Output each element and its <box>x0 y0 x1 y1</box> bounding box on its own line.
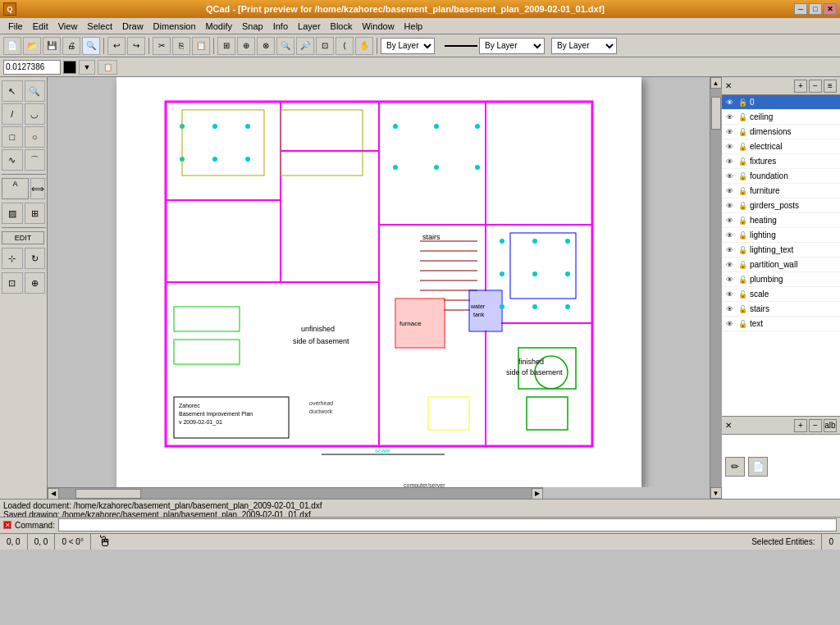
undo-button[interactable]: ↩ <box>107 37 126 55</box>
linetype-select[interactable]: By Layer <box>479 38 545 54</box>
zoom-tool[interactable]: 🔍 <box>25 80 46 102</box>
dimension-tool[interactable]: ⟺ <box>30 178 45 199</box>
polyline-tool[interactable]: ⌒ <box>25 149 46 171</box>
snap-button[interactable]: ⊕ <box>237 37 255 55</box>
paste-button[interactable]: 📋 <box>192 37 210 55</box>
edit-label[interactable]: EDIT <box>2 231 44 244</box>
hscroll-left-button[interactable]: ◀ <box>48 488 59 500</box>
snap-end-tool[interactable]: ⊡ <box>2 272 23 294</box>
block-remove-button[interactable]: − <box>809 419 822 432</box>
layer-eye-text[interactable]: 👁 <box>724 318 735 330</box>
move-tool[interactable]: ⊹ <box>2 248 23 269</box>
horizontal-scrollbar[interactable]: ◀ ▶ <box>48 487 543 499</box>
layer-eye-partition_wall[interactable]: 👁 <box>724 259 735 271</box>
maximize-button[interactable]: □ <box>809 3 822 15</box>
layer-item-scale[interactable]: 👁 🔓 scale <box>722 287 840 302</box>
menu-modify[interactable]: Modify <box>201 20 237 33</box>
zoom-out-button[interactable]: 🔎 <box>296 37 314 55</box>
menu-layer[interactable]: Layer <box>293 20 326 33</box>
arc-tool[interactable]: ◡ <box>25 103 46 125</box>
layer-item-furniture[interactable]: 👁 🔓 furniture <box>722 184 840 198</box>
color-swatch[interactable] <box>63 61 76 74</box>
pointer-tool[interactable]: ↖ <box>2 80 23 102</box>
layer-item-heating[interactable]: 👁 🔓 heating <box>722 213 840 228</box>
cmd-close-button[interactable]: ✕ <box>3 521 11 529</box>
block-insert-button[interactable]: 📄 <box>748 457 768 477</box>
layer-eye-heating[interactable]: 👁 <box>724 215 735 226</box>
layer-item-electrical[interactable]: 👁 🔓 electrical <box>722 139 840 154</box>
menu-help[interactable]: Help <box>399 20 428 33</box>
menu-view[interactable]: View <box>53 20 83 33</box>
open-button[interactable]: 📂 <box>23 37 41 55</box>
layer-eye-0[interactable]: 👁 <box>724 97 735 108</box>
layer-item-lighting_text[interactable]: 👁 🔓 lighting_text <box>722 243 840 258</box>
cut-button[interactable]: ✂ <box>153 37 171 55</box>
layer-item-text[interactable]: 👁 🔓 text <box>722 317 840 331</box>
copy-button[interactable]: ⎘ <box>172 37 190 55</box>
layer-eye-foundation[interactable]: 👁 <box>724 171 735 182</box>
layer-item-partition_wall[interactable]: 👁 🔓 partition_wall <box>722 258 840 272</box>
snap-mid-tool[interactable]: ⊕ <box>25 272 46 294</box>
layer-options-button[interactable]: ≡ <box>824 80 837 93</box>
menu-file[interactable]: File <box>3 20 28 33</box>
hatch-tool[interactable]: ▨ <box>2 203 23 224</box>
vscroll-thumb[interactable] <box>711 97 721 130</box>
layer-eye-stairs[interactable]: 👁 <box>724 303 735 315</box>
line-tool[interactable]: / <box>2 103 23 125</box>
zoom-in-button[interactable]: 🔍 <box>276 37 294 55</box>
menu-info[interactable]: Info <box>268 20 293 33</box>
menu-window[interactable]: Window <box>357 20 399 33</box>
zoom-fit-button[interactable]: ⊡ <box>316 37 334 55</box>
menu-dimension[interactable]: Dimension <box>148 20 201 33</box>
layer-eye-fixtures[interactable]: 👁 <box>724 156 735 167</box>
layer-properties-button[interactable]: 📋 <box>98 60 117 75</box>
color-picker-button[interactable]: ▼ <box>79 60 95 75</box>
vscroll-track[interactable] <box>710 89 722 487</box>
layer-item-plumbing[interactable]: 👁 🔓 plumbing <box>722 272 840 287</box>
layer-item-stairs[interactable]: 👁 🔓 stairs <box>722 302 840 317</box>
floor-plan-canvas[interactable] <box>116 77 641 487</box>
block-add-button[interactable]: + <box>794 419 807 432</box>
layer-select[interactable]: By Layer <box>381 38 435 54</box>
vertical-scrollbar[interactable]: ▲ ▼ <box>710 77 721 499</box>
spline-tool[interactable]: ∿ <box>2 149 23 171</box>
rectangle-tool[interactable]: □ <box>2 126 23 148</box>
minimize-button[interactable]: ─ <box>794 3 807 15</box>
save-button[interactable]: 💾 <box>43 37 61 55</box>
restrict-button[interactable]: ⊗ <box>257 37 275 55</box>
layer-eye-dimensions[interactable]: 👁 <box>724 126 735 138</box>
layer-item-ceiling[interactable]: 👁 🔓 ceiling <box>722 110 840 125</box>
close-button[interactable]: ✕ <box>824 3 837 15</box>
hscroll-track[interactable] <box>59 488 532 500</box>
layer-eye-girders_posts[interactable]: 👁 <box>724 200 735 212</box>
layer-eye-scale[interactable]: 👁 <box>724 289 735 300</box>
drawing-canvas[interactable] <box>48 77 710 487</box>
block-edit-button[interactable]: ✏ <box>725 457 745 477</box>
layer-item-lighting[interactable]: 👁 🔓 lighting <box>722 228 840 243</box>
zoom-value-input[interactable] <box>3 60 61 75</box>
pan-button[interactable]: ✋ <box>355 37 373 55</box>
lineweight-select[interactable]: By Layer <box>551 38 617 54</box>
insert-tool[interactable]: ⊞ <box>25 203 46 224</box>
menu-block[interactable]: Block <box>326 20 358 33</box>
layer-eye-furniture[interactable]: 👁 <box>724 185 735 197</box>
hscroll-thumb[interactable] <box>75 489 141 499</box>
redo-button[interactable]: ↪ <box>127 37 145 55</box>
layer-eye-lighting[interactable]: 👁 <box>724 230 735 241</box>
block-options-button[interactable]: alb <box>824 419 837 432</box>
layer-item-girders_posts[interactable]: 👁 🔓 girders_posts <box>722 198 840 213</box>
zoom-prev-button[interactable]: ⟨ <box>336 37 354 55</box>
menu-draw[interactable]: Draw <box>117 20 148 33</box>
hscroll-right-button[interactable]: ▶ <box>532 488 543 500</box>
rotate-tool[interactable]: ↻ <box>25 248 46 269</box>
preview-button[interactable]: 🔍 <box>82 37 100 55</box>
grid-button[interactable]: ⊞ <box>217 37 235 55</box>
menu-select[interactable]: Select <box>82 20 117 33</box>
print-button[interactable]: 🖨 <box>62 37 80 55</box>
layer-add-button[interactable]: + <box>794 80 807 93</box>
layer-item-foundation[interactable]: 👁 🔓 foundation <box>722 169 840 184</box>
vscroll-up-button[interactable]: ▲ <box>710 77 722 89</box>
layer-eye-ceiling[interactable]: 👁 <box>724 112 735 123</box>
layer-remove-button[interactable]: − <box>809 80 822 93</box>
new-button[interactable]: 📄 <box>3 37 21 55</box>
